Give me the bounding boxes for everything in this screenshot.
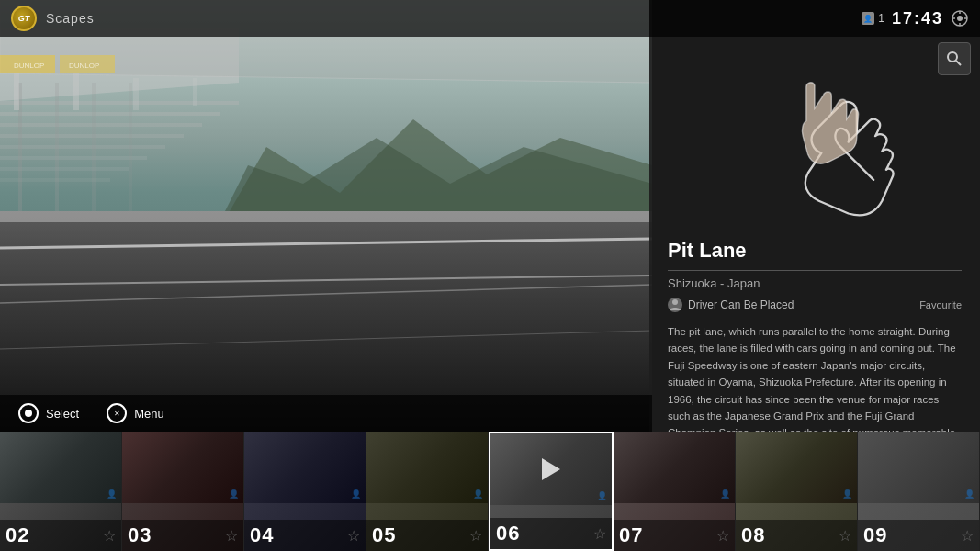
- app-title: Scapes: [46, 11, 862, 26]
- thumb-star-06: ☆: [593, 525, 606, 543]
- thumb-overlay-05: 05 ☆: [366, 520, 488, 551]
- thumb-overlay-09: 09 ☆: [858, 520, 979, 551]
- thumb-overlay-02: 02 ☆: [0, 520, 121, 551]
- driver-label: Driver Can Be Placed: [688, 298, 794, 311]
- thumb-number-04: 04: [250, 523, 274, 547]
- location-name: Pit Lane: [668, 239, 962, 271]
- thumb-star-07: ☆: [716, 527, 729, 545]
- svg-line-34: [0, 285, 652, 303]
- thumbnail-06[interactable]: 👤 06 ☆: [489, 432, 614, 551]
- svg-point-36: [948, 52, 957, 62]
- header-bar: GT Scapes 👤 1 17:43: [0, 0, 980, 37]
- thumb-overlay-04: 04 ☆: [244, 520, 366, 551]
- select-control: Select: [18, 403, 79, 423]
- thumb-star-02: ☆: [103, 527, 116, 545]
- svg-rect-24: [133, 78, 139, 110]
- thumb-star-05: ☆: [469, 527, 482, 545]
- menu-label: Menu: [134, 407, 164, 421]
- thumb-star-03: ☆: [225, 527, 238, 545]
- thumbnail-03[interactable]: 👤 03 ☆: [122, 432, 244, 551]
- svg-point-1: [957, 16, 963, 21]
- thumb-number-05: 05: [372, 523, 396, 547]
- svg-text:DUNLOP: DUNLOP: [14, 62, 44, 70]
- driver-row: Driver Can Be Placed Favourite: [668, 298, 962, 312]
- player-info: 👤 1: [862, 12, 884, 25]
- driver-icon: [668, 298, 682, 312]
- svg-line-35: [0, 331, 652, 349]
- main-container: GT Scapes 👤 1 17:43: [0, 0, 980, 551]
- driver-info: Driver Can Be Placed: [668, 298, 794, 312]
- thumb-number-07: 07: [619, 523, 643, 547]
- thumb-overlay-08: 08 ☆: [736, 520, 857, 551]
- svg-rect-13: [0, 145, 165, 149]
- player-icon: 👤: [862, 12, 874, 25]
- svg-rect-25: [193, 78, 197, 106]
- gt-logo: GT: [11, 6, 37, 31]
- svg-point-38: [672, 299, 678, 305]
- thumbnail-09[interactable]: 👤 09 ☆: [858, 432, 980, 551]
- svg-rect-22: [14, 73, 19, 110]
- gt-logo-circle: GT: [11, 6, 37, 31]
- search-button[interactable]: [938, 42, 971, 75]
- thumbnail-04[interactable]: 👤 04 ☆: [244, 432, 366, 551]
- thumb-overlay-07: 07 ☆: [614, 520, 735, 551]
- header-right: 👤 1 17:43: [862, 9, 969, 28]
- photo-background: DUNLOP DUNLOP: [0, 0, 652, 432]
- thumb-star-08: ☆: [839, 527, 851, 545]
- location-region: Shizuoka - Japan: [668, 276, 962, 290]
- favourite-label: Favourite: [919, 299, 962, 310]
- favourite-button[interactable]: Favourite: [919, 299, 962, 310]
- svg-rect-10: [0, 112, 220, 116]
- main-photo: DUNLOP DUNLOP: [0, 0, 652, 432]
- menu-button-icon[interactable]: ✕: [107, 403, 127, 423]
- track-map: [668, 46, 962, 230]
- thumb-star-09: ☆: [961, 527, 974, 545]
- thumb-star-04: ☆: [347, 527, 360, 545]
- thumbnail-08[interactable]: 👤 08 ☆: [736, 432, 858, 551]
- settings-icon: [951, 9, 969, 28]
- right-panel: Pit Lane Shizuoka - Japan Driver Can Be …: [649, 0, 980, 432]
- thumbnail-05[interactable]: 👤 05 ☆: [366, 432, 489, 551]
- thumbnail-02[interactable]: 👤 02 ☆: [0, 432, 122, 551]
- svg-rect-33: [0, 211, 652, 222]
- player-count: 1: [878, 12, 884, 25]
- thumb-overlay-06: 06 ☆: [490, 518, 612, 549]
- svg-line-37: [956, 61, 961, 65]
- svg-rect-11: [0, 123, 202, 127]
- thumb-number-03: 03: [128, 523, 152, 547]
- select-button-icon[interactable]: [18, 403, 39, 423]
- thumbnail-07[interactable]: 👤 07 ☆: [614, 432, 736, 551]
- thumb-number-02: 02: [6, 523, 29, 547]
- thumb-number-09: 09: [863, 523, 887, 547]
- play-icon-06: [542, 458, 560, 480]
- menu-control: ✕ Menu: [107, 403, 164, 423]
- svg-text:DUNLOP: DUNLOP: [69, 62, 99, 70]
- thumb-number-08: 08: [741, 523, 765, 547]
- select-label: Select: [46, 407, 79, 421]
- thumb-number-06: 06: [496, 522, 520, 545]
- bottom-controls: Select ✕ Menu: [0, 395, 652, 432]
- svg-rect-23: [73, 73, 79, 110]
- thumb-overlay-03: 03 ☆: [122, 520, 243, 551]
- thumbnail-strip: 👤 02 ☆ 👤 03 ☆ 👤 04 ☆: [0, 432, 980, 551]
- time-display: 17:43: [892, 9, 943, 28]
